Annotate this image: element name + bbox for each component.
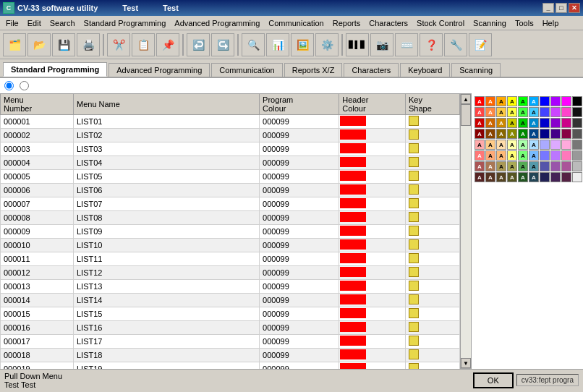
palette-cell[interactable]: A xyxy=(496,140,506,150)
minimize-button[interactable]: _ xyxy=(542,3,554,13)
toolbar-copy[interactable]: 📋 xyxy=(132,33,155,56)
palette-cell[interactable]: A xyxy=(518,172,528,182)
toolbar-cut[interactable]: ✂️ xyxy=(107,33,130,56)
palette-cell[interactable] xyxy=(550,161,561,171)
palette-cell[interactable] xyxy=(572,107,582,117)
palette-cell[interactable]: A xyxy=(496,172,506,182)
table-row[interactable]: 000015LIST15000099 xyxy=(1,307,460,321)
cell-header-colour[interactable] xyxy=(339,142,406,156)
table-row[interactable]: 000013LIST13000099 xyxy=(1,280,460,294)
toolbar-undo[interactable]: ↩️ xyxy=(187,33,210,56)
cell-header-colour[interactable] xyxy=(339,225,406,239)
palette-cell[interactable]: A xyxy=(518,96,528,106)
table-row[interactable]: 000009LIST09000099 xyxy=(1,225,460,239)
toolbar-chart[interactable]: 📊 xyxy=(266,33,289,56)
palette-cell[interactable]: A xyxy=(529,150,539,161)
palette-cell[interactable] xyxy=(540,150,550,161)
tab-characters[interactable]: Characters xyxy=(344,63,399,77)
palette-cell[interactable] xyxy=(572,140,582,150)
cell-header-colour[interactable] xyxy=(339,362,406,370)
table-row[interactable]: 000002LIST02000099 xyxy=(1,129,460,142)
palette-cell[interactable]: A xyxy=(475,140,485,150)
cell-header-colour[interactable] xyxy=(339,349,406,362)
vertical-scrollbar[interactable]: ▲ ▼ xyxy=(460,93,472,369)
palette-cell[interactable]: A xyxy=(529,172,539,182)
toolbar-paste[interactable]: 📌 xyxy=(156,33,179,56)
palette-cell[interactable]: A xyxy=(496,150,506,161)
menu-search[interactable]: Search xyxy=(46,17,80,29)
cell-header-colour[interactable] xyxy=(339,307,406,321)
palette-cell[interactable] xyxy=(550,140,561,150)
menu-stock-control[interactable]: Stock Control xyxy=(412,17,469,29)
palette-cell[interactable] xyxy=(540,107,550,117)
palette-cell[interactable]: A xyxy=(475,118,485,128)
palette-cell[interactable] xyxy=(550,172,561,182)
palette-cell[interactable]: A xyxy=(507,96,517,106)
cell-header-colour[interactable] xyxy=(339,115,406,129)
toolbar-print[interactable]: 🖨️ xyxy=(77,33,100,56)
palette-cell[interactable] xyxy=(550,150,561,161)
cell-header-colour[interactable] xyxy=(339,197,406,211)
palette-cell[interactable]: A xyxy=(518,107,528,117)
radio-option-2[interactable] xyxy=(20,81,29,90)
table-row[interactable]: 000014LIST14000099 xyxy=(1,294,460,307)
cell-key-shape[interactable] xyxy=(406,170,460,184)
palette-cell[interactable]: A xyxy=(485,172,495,182)
scroll-down-button[interactable]: ▼ xyxy=(461,358,471,368)
toolbar-help[interactable]: ❓ xyxy=(420,33,443,56)
palette-cell[interactable] xyxy=(572,161,582,171)
table-row[interactable]: 000016LIST16000099 xyxy=(1,321,460,335)
palette-cell[interactable]: A xyxy=(485,150,495,161)
cell-key-shape[interactable] xyxy=(406,335,460,349)
menu-scanning[interactable]: Scanning xyxy=(469,17,511,29)
tab-communication[interactable]: Communication xyxy=(211,63,282,77)
maximize-button[interactable]: □ xyxy=(556,3,567,13)
table-row[interactable]: 000012LIST12000099 xyxy=(1,266,460,280)
palette-cell[interactable] xyxy=(561,140,571,150)
cell-key-shape[interactable] xyxy=(406,115,460,129)
cell-key-shape[interactable] xyxy=(406,197,460,211)
toolbar-find[interactable]: 🔍 xyxy=(242,33,265,56)
palette-cell[interactable]: A xyxy=(475,107,485,117)
menu-reports[interactable]: Reports xyxy=(328,17,365,29)
menu-advanced-programming[interactable]: Advanced Programming xyxy=(170,17,264,29)
palette-cell[interactable]: A xyxy=(485,107,495,117)
toolbar-save[interactable]: 💾 xyxy=(52,33,75,56)
palette-cell[interactable] xyxy=(540,129,550,139)
cell-key-shape[interactable] xyxy=(406,362,460,370)
palette-cell[interactable]: A xyxy=(518,161,528,171)
table-row[interactable]: 000005LIST05000099 xyxy=(1,170,460,184)
cell-header-colour[interactable] xyxy=(339,335,406,349)
palette-cell[interactable]: A xyxy=(529,107,539,117)
tab-keyboard[interactable]: Keyboard xyxy=(400,63,450,77)
toolbar-open[interactable]: 📂 xyxy=(27,33,51,56)
cell-key-shape[interactable] xyxy=(406,184,460,197)
palette-cell[interactable]: A xyxy=(475,129,485,139)
scroll-thumb[interactable] xyxy=(461,104,471,126)
palette-cell[interactable]: A xyxy=(475,161,485,171)
tab-advanced-programming[interactable]: Advanced Programming xyxy=(108,63,210,77)
menu-tools[interactable]: Tools xyxy=(511,17,538,29)
cell-key-shape[interactable] xyxy=(406,211,460,225)
cell-header-colour[interactable] xyxy=(339,211,406,225)
cell-key-shape[interactable] xyxy=(406,349,460,362)
palette-cell[interactable]: A xyxy=(485,118,495,128)
table-row[interactable]: 000019LIST19000099 xyxy=(1,362,460,370)
table-wrapper[interactable]: MenuNumber Menu Name ProgramColour Heade… xyxy=(0,93,460,369)
palette-cell[interactable]: A xyxy=(496,161,506,171)
cell-key-shape[interactable] xyxy=(406,142,460,156)
table-row[interactable]: 000017LIST17000099 xyxy=(1,335,460,349)
cell-key-shape[interactable] xyxy=(406,266,460,280)
toolbar-new[interactable]: 🗂️ xyxy=(3,33,26,56)
table-row[interactable]: 000010LIST10000099 xyxy=(1,239,460,252)
tab-standard-programming[interactable]: Standard Programming xyxy=(3,62,107,77)
palette-cell[interactable] xyxy=(540,172,550,182)
palette-cell[interactable]: A xyxy=(518,140,528,150)
palette-cell[interactable]: A xyxy=(529,129,539,139)
palette-cell[interactable] xyxy=(572,96,582,106)
toolbar-extra1[interactable]: 🔧 xyxy=(444,33,467,56)
palette-cell[interactable]: A xyxy=(518,129,528,139)
palette-cell[interactable]: A xyxy=(507,129,517,139)
toolbar-image[interactable]: 🖼️ xyxy=(291,33,314,56)
toolbar-scan[interactable]: 📷 xyxy=(370,33,393,56)
